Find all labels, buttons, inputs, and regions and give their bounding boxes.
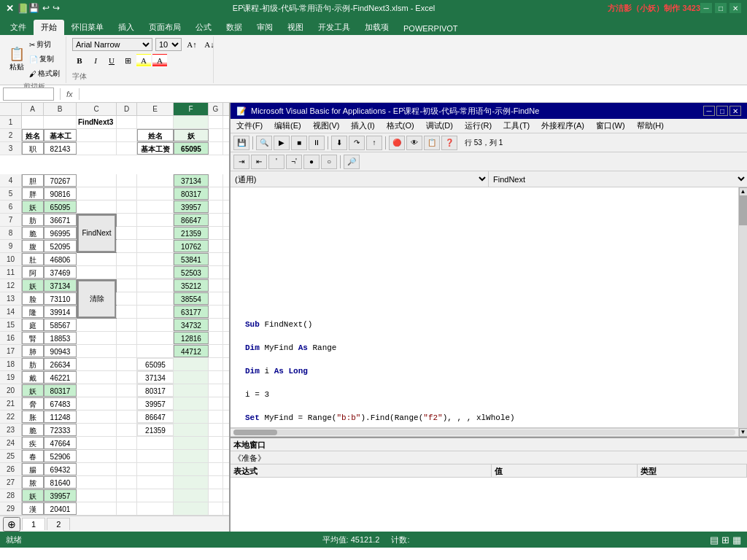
cell-a3[interactable]: 职 — [22, 142, 44, 155]
vba-menu-T[interactable]: 工具(T) — [498, 119, 535, 133]
scroll-down-button[interactable]: ▼ — [739, 428, 748, 437]
cell-a23[interactable]: 脆 — [22, 424, 44, 436]
cell-g28[interactable] — [209, 489, 223, 502]
cell-g25[interactable] — [209, 450, 223, 462]
cell-f11[interactable]: 52503 — [174, 266, 209, 279]
cell-f20[interactable] — [174, 384, 209, 397]
ribbon-tab-公式[interactable]: 公式 — [188, 20, 219, 35]
cell-a22[interactable]: 胀 — [22, 411, 44, 423]
cell-g6[interactable] — [209, 201, 223, 213]
cell-e3[interactable]: 基本工资 — [137, 142, 174, 155]
cell-a2[interactable]: 姓名 — [22, 129, 44, 141]
cell-a16[interactable]: 腎 — [22, 332, 44, 344]
cell-d14[interactable] — [117, 306, 137, 318]
cell-f2[interactable]: 妖 — [174, 129, 209, 141]
cell-b1[interactable] — [44, 116, 77, 128]
cell-a19[interactable]: 戴 — [22, 371, 44, 384]
vba-toggle-bkpt-btn[interactable]: ● — [303, 155, 320, 169]
vba-menu-W[interactable]: 窗口(W) — [590, 119, 631, 133]
vba-indent-btn[interactable]: ⇥ — [233, 155, 249, 169]
cell-g3[interactable] — [209, 142, 223, 155]
ribbon-tab-插入[interactable]: 插入 — [111, 20, 142, 35]
vba-pause-btn[interactable]: ⏸ — [309, 136, 325, 150]
cell-a17[interactable]: 肺 — [22, 345, 44, 357]
cell-g22[interactable] — [209, 411, 223, 423]
cell-a8[interactable]: 脆 — [22, 227, 44, 239]
vba-locals-btn[interactable]: 📋 — [424, 136, 440, 150]
cell-f12[interactable]: 35212 — [174, 279, 209, 292]
cell-b26[interactable]: 69432 — [44, 463, 77, 475]
cell-a24[interactable]: 疾 — [22, 437, 44, 449]
bold-button[interactable]: B — [72, 54, 87, 67]
cell-g4[interactable] — [209, 174, 223, 187]
close-button[interactable]: ✕ — [729, 3, 741, 13]
cell-a9[interactable]: 腹 — [22, 240, 44, 252]
cell-a13[interactable]: 脸 — [22, 292, 44, 305]
cell-e2[interactable]: 姓名 — [137, 129, 174, 141]
cell-b24[interactable]: 47664 — [44, 437, 77, 449]
cell-g27[interactable] — [209, 476, 223, 489]
scroll-thumb-vertical[interactable] — [739, 196, 748, 225]
cell-d5[interactable] — [117, 187, 137, 200]
font-size-select[interactable]: 10 — [155, 38, 182, 51]
cell-e29[interactable] — [137, 502, 174, 515]
vba-watch-btn[interactable]: 👁 — [406, 136, 422, 150]
cell-d10[interactable] — [117, 253, 137, 265]
cell-f1[interactable] — [174, 116, 209, 128]
ribbon-tab-文件[interactable]: 文件 — [3, 20, 34, 35]
vba-object-dropdown[interactable]: (通用) — [231, 171, 489, 187]
cell-a15[interactable]: 庭 — [22, 319, 44, 331]
vba-menu-E[interactable]: 编辑(E) — [268, 119, 307, 133]
cell-e14[interactable] — [137, 306, 174, 318]
add-sheet-button[interactable]: ⊕ — [3, 517, 20, 532]
code-horizontal-scroll[interactable] — [231, 428, 738, 437]
cell-b27[interactable]: 81640 — [44, 476, 77, 489]
cell-b16[interactable]: 18853 — [44, 332, 77, 344]
cell-f14[interactable]: 63177 — [174, 306, 209, 318]
cell-e18[interactable]: 65095 — [137, 358, 174, 370]
cell-b9[interactable]: 52095 — [44, 240, 77, 252]
cell-a7[interactable]: 肪 — [22, 214, 44, 226]
cell-e27[interactable] — [137, 476, 174, 489]
cell-e17[interactable] — [137, 345, 174, 357]
cell-c3[interactable] — [77, 142, 117, 155]
cut-button[interactable]: ✂剪切 — [28, 38, 61, 51]
cell-g17[interactable] — [209, 345, 223, 357]
page-break-button[interactable]: ▦ — [732, 534, 741, 545]
cell-g11[interactable] — [209, 266, 223, 279]
copy-button[interactable]: 📄复制 — [28, 52, 61, 66]
italic-button[interactable]: I — [88, 54, 103, 67]
cell-f4[interactable]: 37134 — [174, 174, 209, 187]
cell-g20[interactable] — [209, 384, 223, 397]
cell-b11[interactable]: 37469 — [44, 266, 77, 279]
normal-view-button[interactable]: ▤ — [710, 534, 719, 545]
cell-b2[interactable]: 基本工资 — [44, 129, 77, 141]
vba-procedure-dropdown[interactable]: FindNext — [489, 171, 747, 187]
cell-b8[interactable]: 96995 — [44, 227, 77, 239]
vba-menu-R[interactable]: 运行(R) — [459, 119, 498, 133]
formula-input[interactable]: 65095 — [85, 88, 744, 101]
cell-a4[interactable]: 胆 — [22, 174, 44, 187]
cell-d28[interactable] — [117, 489, 137, 502]
vba-clear-bkpts-btn[interactable]: ○ — [321, 155, 337, 169]
maximize-button[interactable]: □ — [715, 3, 727, 13]
cell-e25[interactable] — [137, 450, 174, 462]
cell-e24[interactable] — [137, 437, 174, 449]
cell-b3[interactable]: 82143 — [44, 142, 77, 155]
save-icon[interactable]: 💾 — [28, 3, 39, 13]
cell-g23[interactable] — [209, 424, 223, 436]
cell-f22[interactable] — [174, 411, 209, 423]
ribbon-tab-页面布局[interactable]: 页面布局 — [142, 20, 188, 35]
vba-maximize-button[interactable]: □ — [716, 106, 728, 116]
vba-step-over-btn[interactable]: ↷ — [349, 136, 365, 150]
cell-g9[interactable] — [209, 240, 223, 252]
cell-f6[interactable]: 39957 — [174, 201, 209, 213]
cell-f13[interactable]: 38554 — [174, 292, 209, 305]
cell-d9[interactable] — [117, 240, 137, 252]
ribbon-tab-视图[interactable]: 视图 — [280, 20, 311, 35]
cell-g15[interactable] — [209, 319, 223, 331]
cell-c2[interactable] — [77, 129, 117, 141]
cell-a11[interactable]: 阿 — [22, 266, 44, 279]
ribbon-tab-审阅[interactable]: 审阅 — [249, 20, 280, 35]
cell-e15[interactable] — [137, 319, 174, 331]
